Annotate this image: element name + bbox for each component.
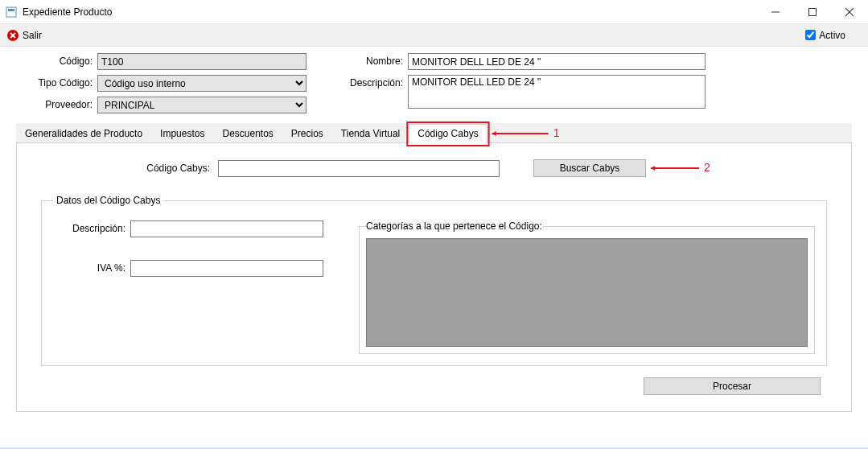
window-controls (757, 0, 868, 23)
descripcion-textarea[interactable]: MONITOR DELL LED DE 24 " (408, 75, 706, 109)
minimize-button[interactable] (757, 0, 794, 23)
procesar-button[interactable]: Procesar (644, 377, 821, 395)
proveedor-select[interactable]: PRINCIPAL (97, 97, 306, 113)
exit-icon (6, 29, 19, 42)
tab-precios[interactable]: Precios (282, 124, 332, 143)
buscar-cabys-button[interactable]: Buscar Cabys (533, 159, 646, 177)
tab-generalidades[interactable]: Generalidades de Producto (16, 124, 151, 143)
codigo-cabys-input[interactable] (218, 160, 500, 177)
datos-codigo-cabys-legend: Datos del Código Cabys (53, 195, 163, 206)
svg-rect-0 (6, 7, 16, 17)
close-button[interactable] (831, 0, 868, 23)
cabys-descripcion-input[interactable] (130, 220, 323, 237)
nombre-input[interactable] (408, 53, 706, 70)
categorias-fieldset: Categorías a la que pertenece el Código: (359, 220, 815, 354)
categorias-listbox[interactable] (366, 238, 808, 347)
svg-rect-1 (8, 9, 14, 11)
proveedor-label: Proveedor: (16, 97, 93, 110)
tab-impuestos[interactable]: Impuestos (151, 124, 213, 143)
titlebar: Expediente Producto (0, 0, 868, 24)
activo-label: Activo (819, 30, 845, 41)
tab-strip: Generalidades de Producto Impuestos Desc… (16, 123, 852, 143)
tab-panel-codigo-cabys: Código Cabys: Buscar Cabys Datos del Cód… (16, 143, 852, 412)
activo-checkbox-wrap[interactable]: Activo (805, 30, 845, 41)
datos-codigo-cabys-fieldset: Datos del Código Cabys Descripción: IVA … (41, 195, 827, 366)
codigo-cabys-label: Código Cabys: (130, 163, 210, 174)
activo-checkbox[interactable] (805, 30, 816, 40)
svg-rect-3 (809, 8, 817, 15)
cabys-descripcion-label: Descripción: (53, 220, 125, 234)
tab-descuentos[interactable]: Descuentos (213, 124, 282, 143)
cabys-iva-label: IVA %: (53, 260, 125, 274)
app-icon (5, 6, 18, 19)
descripcion-label: Descripción: (339, 75, 403, 89)
toolbar: Salir Activo (0, 24, 868, 47)
salir-button[interactable]: Salir (6, 29, 42, 42)
codigo-input (97, 53, 306, 70)
tab-codigo-cabys[interactable]: Código Cabys (409, 124, 487, 143)
tab-tienda-virtual[interactable]: Tienda Virtual (332, 124, 409, 143)
tipo-codigo-select[interactable]: Código uso interno (97, 75, 306, 92)
tipo-codigo-label: Tipo Código: (16, 75, 93, 89)
salir-label: Salir (23, 30, 42, 41)
categorias-legend: Categorías a la que pertenece el Código: (366, 220, 542, 232)
cabys-iva-input[interactable] (130, 260, 323, 277)
header-form: Código: Tipo Código: Código uso interno … (0, 47, 868, 113)
window-title: Expediente Producto (23, 6, 757, 18)
nombre-label: Nombre: (339, 53, 403, 67)
codigo-label: Código: (16, 53, 93, 67)
maximize-button[interactable] (794, 0, 831, 23)
